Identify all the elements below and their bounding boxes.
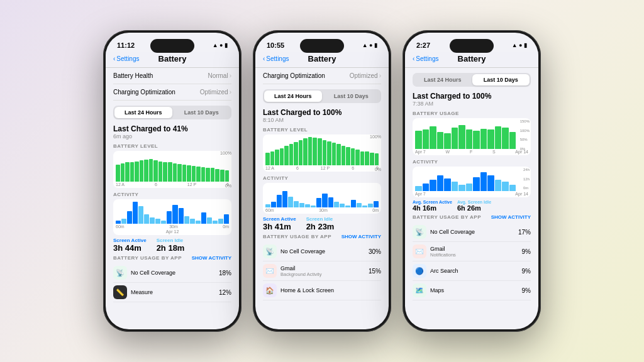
bar [207, 217, 212, 224]
bar [509, 185, 516, 191]
app-row-no-cell-2[interactable]: 📡 No Cell Coverage 30% [263, 242, 381, 261]
back-button-3[interactable]: ‹ Settings [413, 55, 438, 62]
app-name-gmail-2: Gmail [280, 265, 321, 272]
bar [163, 162, 167, 182]
screen-active-label-2: Screen Active [263, 216, 296, 222]
screen-stats-1: Screen Active 3h 44m Screen Idle 2h 18m [113, 238, 231, 253]
bar [177, 164, 182, 182]
time-segment-2[interactable]: Last 24 Hours Last 10 Days [263, 89, 381, 103]
last-charged-3: Last Charged to 100% 7:38 AM [413, 92, 531, 107]
bar [452, 128, 458, 149]
week-labels-3: Apr 7WFSApr 14 [415, 150, 528, 154]
bar [509, 132, 516, 149]
activity-pct-3: 24h12h0m [523, 168, 530, 190]
bar [303, 138, 308, 165]
status-icons-1: ▲ ● ▮ [213, 42, 228, 48]
avg-stats-3: Avg. Screen Active 4h 16m Avg. Screen Id… [413, 200, 531, 212]
bar [211, 168, 215, 182]
app-row-maps-3[interactable]: 🗺️ Maps 9% [413, 281, 531, 300]
bar [487, 129, 494, 149]
app-name-measure-1: Measure [131, 289, 153, 295]
phone-1: 11:12 ▲ ● ▮ ‹ Settings Battery Battery H… [103, 30, 242, 332]
bar [161, 221, 166, 224]
seg-24h-2[interactable]: Last 24 Hours [264, 90, 322, 102]
arc-icon-3: 🔵 [413, 264, 426, 278]
app-pct-1: 18% [219, 270, 231, 277]
last-charged-sub-1: 6m ago [113, 133, 231, 140]
show-activity-3[interactable]: SHOW ACTIVITY [491, 214, 531, 220]
battery-health-row[interactable]: Battery Health Normal › [113, 68, 231, 84]
bar [430, 180, 436, 191]
bar [430, 126, 436, 149]
app-info-measure-1: 📏 Measure [113, 285, 153, 299]
time-labels-1: 12 A612 P6 [116, 182, 229, 187]
bar [127, 211, 132, 224]
bar [423, 129, 430, 150]
no-cell-icon-2: 📡 [263, 244, 277, 258]
app-usage-header-2: BATTERY USAGE BY APP SHOW ACTIVITY [263, 234, 381, 239]
time-segment-3[interactable]: Last 24 Hours Last 10 Days [413, 73, 531, 87]
phone-screen-2: 10:55 ▲ ● ▮ ‹ Settings Battery Charging … [255, 33, 389, 329]
seg-10d-1[interactable]: Last 10 Days [173, 107, 231, 118]
bar [155, 219, 160, 224]
bar [153, 160, 158, 182]
bar [270, 151, 275, 166]
app-row-arc-3[interactable]: 🔵 Arc Search 9% [413, 261, 531, 281]
activity-date-1: Apr 12 [116, 229, 229, 234]
back-button-1[interactable]: ‹ Settings [113, 55, 139, 62]
screen-idle-label-2: Screen Idle [306, 216, 335, 222]
seg-24h-1[interactable]: Last 24 Hours [114, 107, 172, 118]
activity-chart-2: 60m30m0m [263, 183, 381, 214]
bar [215, 169, 219, 182]
seg-10d-2[interactable]: Last 10 Days [323, 90, 380, 102]
app-row-gmail-3[interactable]: ✉️ Gmail Notifications 9% [413, 242, 531, 261]
bar [502, 128, 509, 149]
charging-opt-label-1: Charging Optimization [113, 89, 175, 96]
time-segment-1[interactable]: Last 24 Hours Last 10 Days [113, 106, 231, 119]
app-row-no-cell-3[interactable]: 📡 No Cell Coverage 17% [413, 222, 531, 242]
bar [288, 197, 293, 208]
bar [328, 197, 333, 207]
bar [224, 214, 229, 224]
bar [158, 162, 163, 182]
bar [182, 165, 187, 182]
seg-24h-3[interactable]: Last 24 Hours [414, 74, 472, 85]
app-row-no-cell-1[interactable]: 📡 No Cell Coverage 18% [113, 263, 231, 283]
screen-idle-stat-1: Screen Idle 2h 18m [157, 238, 185, 253]
app-usage-label-3: BATTERY USAGE BY APP [413, 214, 481, 220]
bar [332, 143, 336, 165]
bar [213, 221, 218, 224]
no-cell-icon-1: 📡 [113, 266, 127, 280]
battery-level-label-1: BATTERY LEVEL [113, 143, 231, 149]
app-name-no-cell-2: No Cell Coverage [280, 248, 325, 255]
bar [179, 208, 184, 224]
bar [444, 133, 451, 149]
app-usage-header-3: BATTERY USAGE BY APP SHOW ACTIVITY [413, 214, 531, 220]
app-row-home-2[interactable]: 🏠 Home & Lock Screen [263, 281, 381, 300]
home-icon-2: 🏠 [263, 283, 277, 297]
bar [473, 177, 480, 191]
app-row-gmail-2[interactable]: ✉️ Gmail Background Activity 15% [263, 261, 381, 281]
bar [265, 204, 270, 207]
show-activity-2[interactable]: SHOW ACTIVITY [341, 234, 381, 239]
charging-opt-row-2[interactable]: Charging Optimization Optimized › [263, 68, 381, 84]
back-button-2[interactable]: ‹ Settings [263, 55, 289, 62]
bar [172, 205, 177, 224]
app-row-measure-1[interactable]: 📏 Measure 12% [113, 283, 231, 302]
bar [495, 180, 502, 191]
battery-bars-week-3 [415, 121, 528, 149]
charging-opt-value-2: Optimized › [350, 72, 381, 79]
bar [201, 212, 206, 224]
measure-icon-1: 📏 [113, 285, 127, 299]
screen-idle-stat-2: Screen Idle 2h 23m [306, 216, 335, 231]
bar [280, 148, 284, 165]
show-activity-1[interactable]: SHOW ACTIVITY [192, 255, 231, 261]
bar [444, 178, 451, 191]
seg-10d-3[interactable]: Last 10 Days [472, 74, 530, 85]
bar [168, 162, 172, 182]
charging-opt-row-1[interactable]: Charging Optimization Optimized › [113, 84, 231, 101]
bar [196, 167, 201, 182]
gmail-icon-2: ✉️ [263, 264, 277, 278]
battery-level-label-2: BATTERY LEVEL [263, 127, 381, 133]
bar [173, 163, 177, 182]
